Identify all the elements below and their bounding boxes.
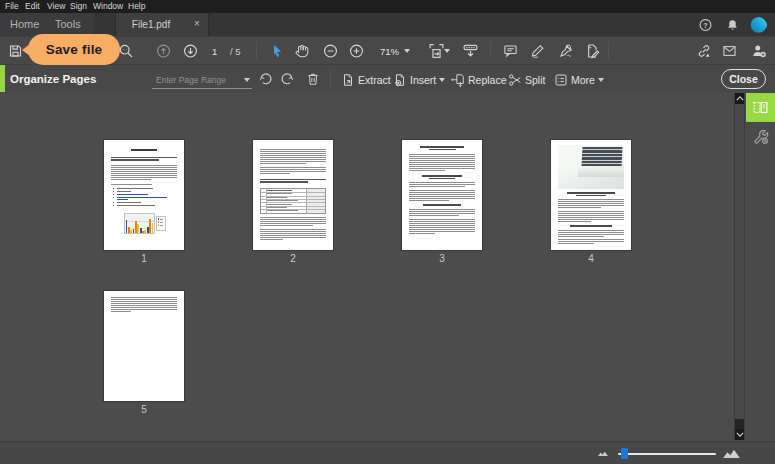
hide-toolbar-icon[interactable] xyxy=(462,42,479,59)
more-button[interactable]: More xyxy=(554,65,604,94)
zoom-dropdown-icon[interactable] xyxy=(404,49,410,53)
close-label: Close xyxy=(729,73,758,85)
share-link-icon[interactable] xyxy=(696,43,712,58)
tab-home[interactable]: Home xyxy=(10,13,39,36)
page-range-box xyxy=(152,71,252,89)
save-file-callout: Save file xyxy=(28,34,120,65)
menu-view[interactable]: View xyxy=(47,1,65,12)
page-thumbnail-4[interactable] xyxy=(551,140,631,250)
page-range-dropdown-icon[interactable] xyxy=(244,78,250,82)
page-number-label: 5 xyxy=(104,404,184,415)
split-label: Split xyxy=(525,74,545,86)
callout-tail xyxy=(22,44,30,56)
zoom-small-icon[interactable] xyxy=(598,450,608,456)
context-accent-bar xyxy=(0,65,5,92)
organize-pages-icon[interactable] xyxy=(746,93,775,122)
select-cursor-icon[interactable] xyxy=(270,43,284,58)
menu-file[interactable]: File xyxy=(5,1,19,12)
close-button[interactable]: Close xyxy=(721,69,766,89)
toolbar-divider xyxy=(608,42,609,59)
toolbar-divider xyxy=(256,42,257,59)
page-thumbnail-1[interactable] xyxy=(104,140,184,250)
undo-icon[interactable] xyxy=(258,72,273,86)
save-icon[interactable] xyxy=(8,43,23,58)
toolbar-divider xyxy=(490,42,491,59)
insert-button[interactable]: Insert xyxy=(393,65,445,94)
tab-tools[interactable]: Tools xyxy=(55,13,81,36)
scrollbar-thumb[interactable] xyxy=(735,419,744,429)
svg-text:?: ? xyxy=(703,21,707,28)
pdf-editor-window: File Edit View Sign Window Help Home Too… xyxy=(0,0,775,464)
insert-dropdown-icon xyxy=(439,78,445,82)
organize-pages-toolbar: Organize Pages Extra xyxy=(0,64,775,93)
customize-tools-icon[interactable] xyxy=(746,122,775,151)
insert-label: Insert xyxy=(410,74,436,86)
menu-help[interactable]: Help xyxy=(128,1,145,12)
menu-sign[interactable]: Sign xyxy=(70,1,87,12)
page-thumbnail-2[interactable] xyxy=(253,140,333,250)
page-number-label: 1 xyxy=(104,253,184,264)
add-user-icon[interactable] xyxy=(751,43,767,58)
avatar[interactable] xyxy=(750,16,767,33)
page-thumbnail-3[interactable] xyxy=(402,140,482,250)
zoom-out-icon[interactable] xyxy=(323,43,338,58)
page-range-input[interactable] xyxy=(154,71,240,89)
scroll-down-icon[interactable] xyxy=(735,429,744,440)
hand-tool-icon[interactable] xyxy=(295,43,309,58)
menu-edit[interactable]: Edit xyxy=(25,1,40,12)
toolbar-divider xyxy=(330,70,331,88)
document-tab-file1[interactable]: File1.pdf × xyxy=(115,13,209,36)
page-number-label: 2 xyxy=(253,253,333,264)
comment-icon[interactable] xyxy=(503,43,518,58)
context-title: Organize Pages xyxy=(10,73,96,85)
email-icon[interactable] xyxy=(722,44,737,58)
menu-window[interactable]: Window xyxy=(93,1,123,12)
fit-page-icon[interactable] xyxy=(428,42,445,59)
replace-button[interactable]: Replace xyxy=(451,65,507,94)
split-button[interactable]: Split xyxy=(508,65,545,94)
callout-label: Save file xyxy=(46,42,103,57)
tab-bar: Home Tools File1.pdf × ? xyxy=(0,13,775,36)
replace-label: Replace xyxy=(468,74,507,86)
thumbnail-size-slider[interactable] xyxy=(618,453,716,455)
vertical-scrollbar[interactable] xyxy=(734,93,745,440)
trash-icon[interactable] xyxy=(306,72,320,87)
zoom-level-value[interactable]: 71% xyxy=(380,45,399,56)
next-page-icon[interactable] xyxy=(183,43,198,58)
document-tab-label: File1.pdf xyxy=(116,13,186,36)
page-count-label: / 5 xyxy=(230,45,241,56)
page-thumbnail-5[interactable] xyxy=(104,291,184,401)
page-number-label: 4 xyxy=(551,253,631,264)
zoom-large-icon[interactable] xyxy=(723,448,740,458)
more-dropdown-icon xyxy=(598,78,604,82)
page-number-field[interactable]: 1 xyxy=(212,45,217,56)
tab-close-icon[interactable]: × xyxy=(190,13,204,36)
menu-bar: File Edit View Sign Window Help xyxy=(0,0,775,13)
extract-button[interactable]: Extract xyxy=(341,65,391,94)
scroll-up-icon[interactable] xyxy=(735,93,744,104)
search-icon[interactable] xyxy=(118,43,134,59)
fit-page-dropdown-icon[interactable] xyxy=(444,49,450,53)
more-label: More xyxy=(571,74,595,86)
pages-canvas[interactable]: 12345 xyxy=(0,93,775,441)
sign-icon[interactable] xyxy=(558,43,574,58)
bell-icon[interactable] xyxy=(726,18,739,31)
previous-page-icon[interactable] xyxy=(156,43,171,58)
redo-icon[interactable] xyxy=(280,72,295,86)
page-number-label: 3 xyxy=(402,253,482,264)
highlight-icon[interactable] xyxy=(530,43,545,58)
help-icon[interactable]: ? xyxy=(699,18,712,31)
status-bar xyxy=(0,441,775,464)
zoom-in-icon[interactable] xyxy=(349,43,364,58)
edit-page-icon[interactable] xyxy=(584,43,600,59)
thumbnail-size-slider-thumb[interactable] xyxy=(621,448,628,459)
right-panel-bar xyxy=(745,93,775,441)
extract-label: Extract xyxy=(358,74,391,86)
